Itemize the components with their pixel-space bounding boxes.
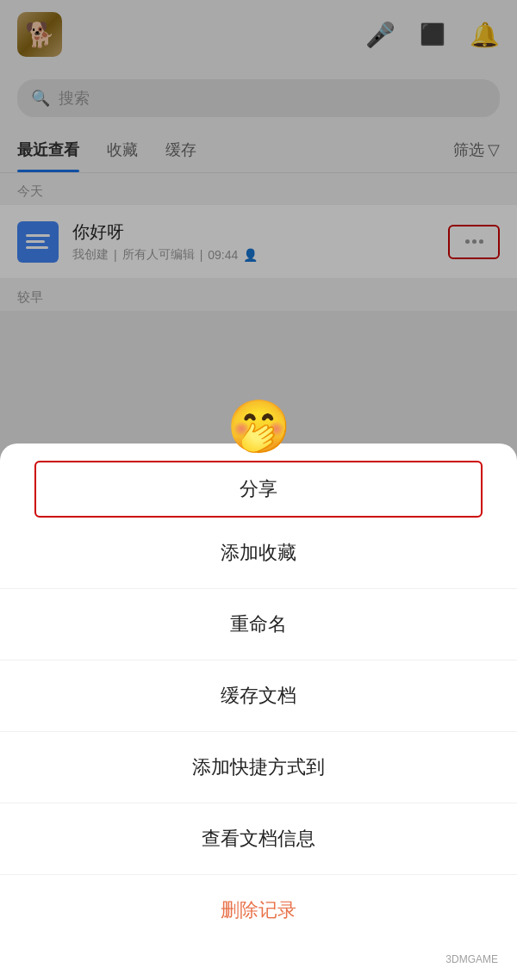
bottom-sheet: 🤭 分享 添加收藏 重命名 缓存文档 添加快捷方式到 查看文档信息 删除记录 — [0, 443, 517, 980]
add-favorite-label: 添加收藏 — [221, 542, 296, 563]
sheet-item-rename[interactable]: 重命名 — [0, 589, 517, 661]
delete-label: 删除记录 — [221, 899, 296, 921]
sheet-item-add-favorite[interactable]: 添加收藏 — [0, 518, 517, 589]
doc-info-label: 查看文档信息 — [202, 828, 315, 849]
sticker-emoji: 🤭 — [227, 396, 291, 457]
watermark: 3DMGAME — [440, 951, 503, 966]
sheet-item-cache-doc[interactable]: 缓存文档 — [0, 661, 517, 732]
sticker: 🤭 — [215, 392, 302, 461]
sheet-item-delete[interactable]: 删除记录 — [0, 875, 517, 946]
watermark-text: 3DMGAME — [440, 952, 503, 967]
add-shortcut-label: 添加快捷方式到 — [192, 756, 325, 778]
sheet-item-add-shortcut[interactable]: 添加快捷方式到 — [0, 732, 517, 803]
sheet-item-doc-info[interactable]: 查看文档信息 — [0, 803, 517, 875]
sheet-item-share[interactable]: 分享 — [34, 461, 483, 518]
rename-label: 重命名 — [230, 613, 287, 635]
share-label: 分享 — [240, 478, 277, 499]
cache-doc-label: 缓存文档 — [221, 685, 296, 706]
